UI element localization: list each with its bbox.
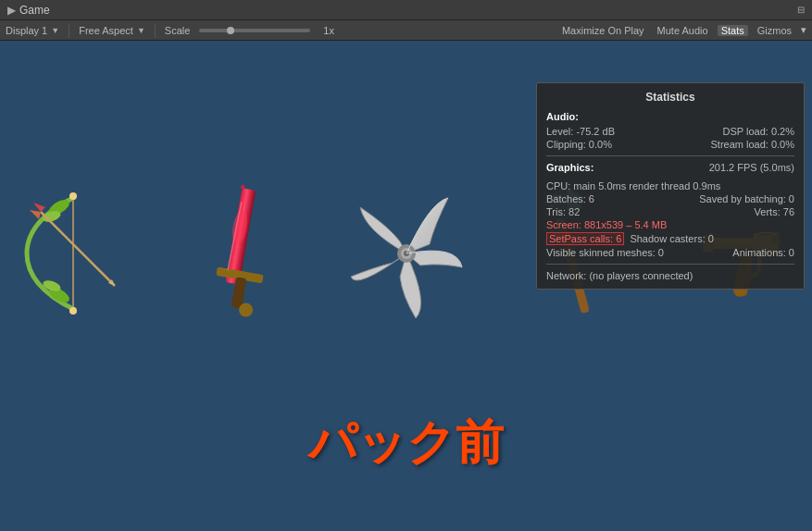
stats-batches-row: Batches: 6 Saved by batching: 0 — [546, 193, 794, 204]
stats-saved-label: Saved by batching: 0 — [699, 193, 794, 204]
stats-divider-1 — [546, 155, 794, 156]
game-view: パック前 Statistics Audio: Level: -75.2 dB D… — [0, 41, 812, 531]
svg-line-5 — [41, 212, 115, 286]
stats-clipping-label: Clipping: 0.0% — [546, 139, 612, 150]
stats-shadow-label: Shadow casters: 0 — [630, 233, 714, 244]
stats-tris-row: Tris: 82 Verts: 76 — [546, 206, 794, 217]
stats-panel: Statistics Audio: Level: -75.2 dB DSP lo… — [536, 82, 805, 290]
aspect-arrow: ▼ — [137, 26, 145, 35]
setpass-highlight: SetPass calls: 6 — [546, 232, 624, 245]
stats-audio-clipping-row: Clipping: 0.0% Stream load: 0.0% — [546, 139, 794, 150]
stats-title: Statistics — [546, 91, 794, 104]
stats-dsp-label: DSP load: 0.2% — [723, 126, 794, 137]
scale-slider[interactable] — [199, 29, 310, 32]
stats-setpass-row: SetPass calls: 6 Shadow casters: 0 — [546, 232, 794, 245]
stats-button[interactable]: Stats — [718, 25, 748, 36]
game-icon: ▶ — [7, 4, 16, 17]
maximize-button[interactable]: Maximize On Play — [558, 25, 648, 36]
toolbar-separator-1 — [69, 23, 69, 38]
stats-tris-label: Tris: 82 — [546, 206, 580, 217]
title-bar-title: Game — [19, 4, 50, 17]
stats-audio-header: Audio: — [546, 111, 794, 122]
svg-marker-7 — [33, 203, 45, 212]
scale-label: Scale — [165, 25, 191, 36]
display-selector[interactable]: Display 1 ▼ — [6, 25, 59, 36]
stats-batches-label: Batches: 6 — [546, 193, 594, 204]
stats-network: Network: (no players connected) — [546, 270, 794, 281]
display-label: Display 1 — [6, 25, 47, 36]
svg-marker-8 — [30, 210, 41, 219]
svg-point-10 — [69, 307, 77, 315]
aspect-label: Free Aspect — [79, 25, 133, 36]
stats-screen-label: Screen: 881x539 – 5.4 MB — [546, 219, 667, 230]
stats-fps-label: 201.2 FPS (5.0ms) — [709, 162, 794, 173]
stats-animations-label: Animations: 0 — [732, 247, 794, 258]
aspect-selector[interactable]: Free Aspect ▼ — [79, 25, 145, 36]
shuriken-svg — [346, 184, 467, 323]
svg-point-9 — [69, 192, 77, 200]
weapon-shuriken — [342, 179, 471, 327]
stats-level-label: Level: -75.2 dB — [546, 126, 615, 137]
stats-setpass-label: SetPass calls: 6 Shadow casters: 0 — [546, 232, 714, 245]
stats-stream-label: Stream load: 0.0% — [711, 139, 795, 150]
collapse-icon[interactable]: ⊟ — [797, 5, 805, 15]
stats-divider-2 — [546, 264, 794, 265]
scale-thumb — [227, 27, 234, 34]
display-arrow: ▼ — [51, 26, 59, 35]
scale-value: 1x — [323, 25, 334, 36]
stats-skinned-label: Visible skinned meshes: 0 — [546, 247, 664, 258]
stats-graphics-header: Graphics: — [546, 162, 593, 173]
stats-cpu-label: CPU: main 5.0ms render thread 0.9ms — [546, 180, 720, 191]
svg-marker-16 — [240, 184, 246, 189]
stats-cpu-row: CPU: main 5.0ms render thread 0.9ms — [546, 180, 794, 191]
title-bar: ▶ Game ⊟ — [0, 0, 812, 20]
stats-screen-row: Screen: 881x539 – 5.4 MB — [546, 219, 794, 230]
stats-verts-label: Verts: 76 — [755, 206, 794, 217]
toolbar: Display 1 ▼ Free Aspect ▼ Scale 1x Maxim… — [0, 20, 812, 41]
weapon-sword — [175, 179, 305, 327]
title-bar-controls: ⊟ — [797, 5, 805, 15]
weapon-bow — [8, 179, 138, 327]
mute-button[interactable]: Mute Audio — [654, 25, 712, 36]
stats-audio-level-row: Level: -75.2 dB DSP load: 0.2% — [546, 126, 794, 137]
more-button[interactable]: ▾ — [801, 24, 806, 36]
gizmos-button[interactable]: Gizmos — [754, 25, 795, 36]
toolbar-right: Maximize On Play Mute Audio Stats Gizmos… — [558, 24, 806, 36]
svg-point-15 — [239, 303, 253, 316]
sword-svg — [180, 184, 300, 323]
stats-skinned-row: Visible skinned meshes: 0 Animations: 0 — [546, 247, 794, 258]
japanese-title-text: パック前 — [308, 411, 504, 475]
bow-svg — [13, 184, 133, 323]
toolbar-separator-2 — [155, 23, 156, 38]
